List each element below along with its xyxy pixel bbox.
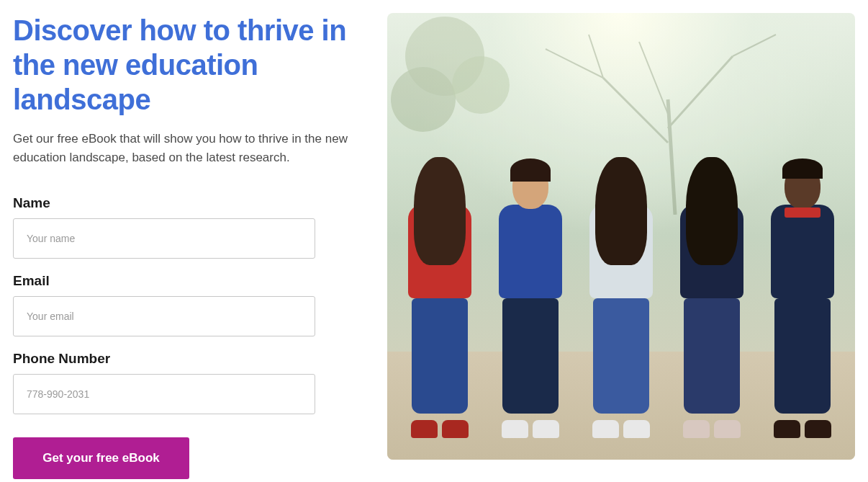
content-column: Discover how to thrive in the new educat…: [13, 13, 358, 469]
phone-label: Phone Number: [13, 351, 358, 367]
svg-point-9: [452, 56, 510, 114]
svg-line-3: [639, 42, 668, 114]
email-label: Email: [13, 273, 358, 289]
page-container: Discover how to thrive in the new educat…: [0, 0, 868, 482]
svg-line-1: [603, 78, 668, 143]
svg-point-8: [391, 67, 456, 132]
image-column: [387, 13, 855, 469]
email-field-group: Email: [13, 273, 358, 336]
submit-button[interactable]: Get your free eBook: [13, 437, 189, 479]
svg-line-2: [668, 56, 733, 128]
hero-image: [387, 13, 855, 460]
page-headline: Discover how to thrive in the new educat…: [13, 13, 358, 117]
name-label: Name: [13, 195, 358, 211]
page-subtext: Get our free eBook that will show you ho…: [13, 130, 358, 168]
phone-input[interactable]: [13, 374, 315, 414]
ebook-form: Name Email Phone Number Get your free eB…: [13, 195, 358, 479]
name-field-group: Name: [13, 195, 358, 259]
name-input[interactable]: [13, 218, 315, 259]
people-illustration: [387, 157, 855, 424]
email-input[interactable]: [13, 296, 315, 336]
svg-line-6: [733, 35, 776, 56]
phone-field-group: Phone Number: [13, 351, 358, 414]
